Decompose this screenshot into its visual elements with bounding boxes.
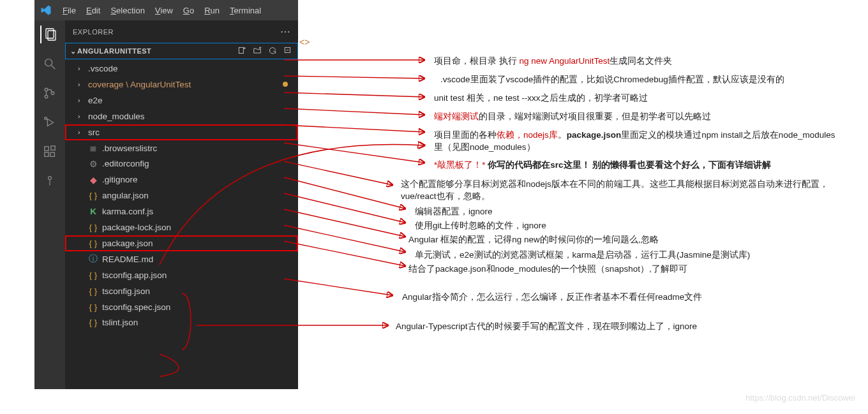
svg-line-28 [284, 161, 393, 185]
tree-file[interactable]: { }tsconfig.spec.json [65, 299, 298, 315]
menu-file[interactable]: File [57, 3, 81, 18]
tree-file[interactable]: { }tslint.json [65, 314, 298, 330]
tree-file[interactable]: { }package.json [65, 235, 298, 251]
tree-item-label: package-lock.json [102, 223, 171, 232]
tree-item-label: tsconfig.json [102, 286, 150, 296]
tree-folder[interactable]: ›coverage \ AngularUnitTest [65, 77, 298, 92]
tree-file[interactable]: ⓘREADME.md [65, 251, 298, 267]
file-icon: ⚙ [88, 159, 98, 169]
annotation-text: unit test 相关，ne test --xxx之后生成的，初学者可略过 [434, 92, 842, 105]
annotation-text: 编辑器配置，ignore [415, 205, 842, 218]
svg-point-4 [45, 88, 48, 91]
svg-point-5 [45, 95, 48, 98]
menu-selection[interactable]: Selection [105, 3, 149, 18]
annotation-row: Angular 框架的配置，记得ng new的时候问你的一堆问题么,忽略 [408, 233, 842, 246]
annotation-row: 这个配置能够分享目标浏览器和nodejs版本在不同的前端工具。这些工具能根据目标… [401, 178, 842, 203]
menu-view[interactable]: View [150, 3, 178, 18]
annotation-row: 结合了package.json和node_modules的一个快照（snapsh… [408, 263, 842, 276]
tree-file[interactable]: Kkarma.conf.js [65, 203, 298, 219]
chevron-right-icon: › [78, 64, 84, 72]
svg-line-27 [284, 143, 424, 163]
chevron-right-icon: › [78, 80, 84, 88]
tree-item-label: tsconfig.app.json [102, 270, 167, 280]
file-icon: { } [88, 223, 98, 232]
chevron-right-icon: › [78, 112, 84, 120]
tree-item-label: .gitignore [102, 175, 138, 184]
svg-marker-7 [47, 119, 53, 126]
svg-point-6 [51, 92, 54, 95]
tree-item-label: .vscode [88, 64, 118, 73]
annotation-text: 端对端测试的目录，端对端测试对项目很重要，但是初学者可以先略过 [434, 110, 842, 123]
tree-item-label: README.md [102, 255, 153, 264]
annotation-row: 编辑器配置，ignore [415, 205, 842, 218]
annotation-row: Angular指令简介，怎么运行，怎么编译，反正作者基本不看任何readme文件 [402, 291, 842, 304]
file-icon: ≣ [88, 143, 98, 153]
more-icon[interactable]: ⋯ [280, 26, 291, 38]
save-point-icon[interactable] [41, 172, 59, 190]
tree-item-label: karma.conf.js [102, 207, 153, 216]
tree-file[interactable]: { }tsconfig.app.json [65, 267, 298, 283]
search-icon[interactable] [41, 55, 59, 73]
svg-rect-10 [45, 152, 49, 156]
chevron-right-icon: › [78, 96, 84, 104]
vscode-logo-icon [40, 4, 52, 17]
chevron-down-icon: ⌄ [68, 47, 77, 55]
collapse-icon[interactable] [283, 46, 292, 56]
menu-edit[interactable]: Edit [81, 3, 105, 18]
menubar: File Edit Selection View Go Run Terminal [34, 0, 298, 20]
tree-file[interactable]: ≣.browserslistrc [65, 140, 298, 156]
file-icon: K [88, 207, 98, 216]
tree-file[interactable]: { }angular.json [65, 188, 298, 203]
file-icon: ⓘ [88, 253, 98, 265]
annotation-text: 项目命，根目录 执行 ng new AngularUnitTest生成同名文件夹 [434, 55, 842, 68]
status-dot-icon [283, 82, 288, 87]
new-file-icon[interactable] [237, 46, 246, 56]
tree-file[interactable]: ◆.gitignore [65, 172, 298, 188]
annotation-row: .vscode里面装了vscode插件的配置，比如说Chromedebug插件配… [440, 73, 842, 86]
tree-file[interactable]: { }package-lock.json [65, 219, 298, 235]
tree-item-label: .browserslistrc [102, 144, 157, 153]
file-tree: ›.vscode›coverage \ AngularUnitTest›e2e›… [65, 59, 298, 330]
extensions-icon[interactable] [41, 143, 59, 161]
svg-line-32 [284, 225, 405, 252]
file-icon: { } [88, 318, 98, 327]
menu-go[interactable]: Go [178, 3, 199, 18]
explorer-sidebar: EXPLORER ⋯ ⌄ ANGULARUNITTEST ›.vscode›co… [65, 20, 298, 389]
tree-file[interactable]: ⚙.editorconfig [65, 156, 298, 172]
svg-rect-12 [51, 146, 55, 150]
editor-tab-hint: <> [299, 37, 310, 47]
annotation-row: 项目命，根目录 执行 ng new AngularUnitTest生成同名文件夹 [434, 55, 842, 68]
annotation-row: 单元测试，e2e测试的浏览器测试框架，karma是启动器，运行工具(Jasmin… [415, 249, 842, 262]
menu-terminal[interactable]: Terminal [225, 3, 266, 18]
explorer-title: EXPLORER [73, 28, 114, 36]
menu-run[interactable]: Run [199, 3, 225, 18]
svg-point-13 [49, 177, 52, 180]
tree-file[interactable]: { }tsconfig.json [65, 283, 298, 299]
svg-rect-9 [45, 147, 49, 151]
svg-line-30 [284, 193, 405, 223]
file-icon: { } [88, 302, 98, 312]
annotation-text: .vscode里面装了vscode插件的配置，比如说Chromedebug插件配… [440, 73, 842, 86]
annotation-row: 端对端测试的目录，端对端测试对项目很重要，但是初学者可以先略过 [434, 110, 842, 123]
svg-point-2 [45, 59, 52, 66]
debug-icon[interactable] [41, 114, 59, 131]
tree-folder[interactable]: ›.vscode [65, 61, 298, 77]
annotation-row: unit test 相关，ne test --xxx之后生成的，初学者可略过 [434, 92, 842, 105]
project-name: ANGULARUNITTEST [77, 47, 237, 55]
svg-rect-11 [50, 152, 54, 156]
chevron-right-icon: › [78, 128, 84, 136]
annotation-text: Angular 框架的配置，记得ng new的时候问你的一堆问题么,忽略 [408, 233, 842, 246]
svg-rect-1 [48, 31, 56, 40]
tree-folder[interactable]: ›e2e [65, 92, 298, 108]
tree-folder[interactable]: ›src [65, 124, 298, 140]
files-icon[interactable] [40, 26, 58, 43]
tree-item-label: src [88, 128, 100, 137]
svg-line-34 [284, 279, 393, 295]
project-header[interactable]: ⌄ ANGULARUNITTEST [65, 43, 298, 59]
refresh-icon[interactable] [268, 46, 277, 56]
new-folder-icon[interactable] [253, 46, 262, 56]
tree-folder[interactable]: ›node_modules [65, 108, 298, 124]
tree-item-label: package.json [102, 239, 153, 248]
source-control-icon[interactable] [41, 84, 59, 102]
tree-item-label: tsconfig.spec.json [102, 302, 170, 312]
